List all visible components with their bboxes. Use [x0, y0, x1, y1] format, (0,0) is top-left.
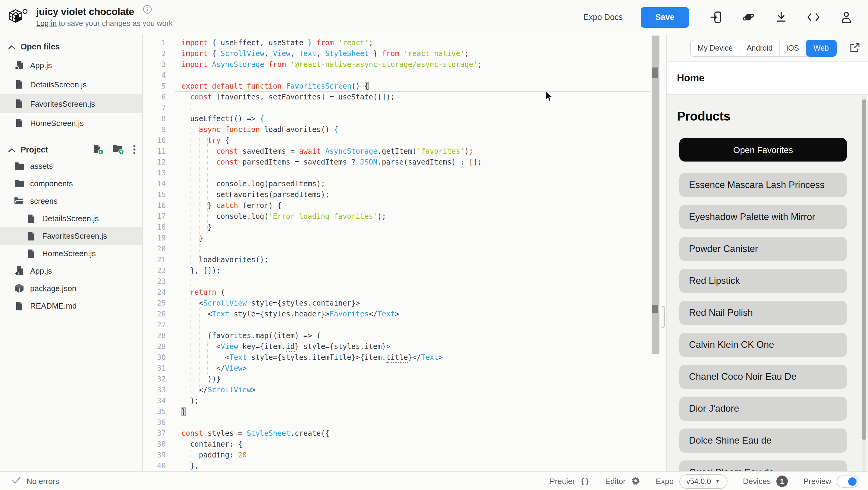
- code-line-12[interactable]: const parsedItems = savedItems ? JSON.pa…: [181, 157, 482, 167]
- code-line-31[interactable]: </View>: [181, 363, 482, 374]
- preview-toggle[interactable]: [837, 475, 858, 487]
- code-line-11[interactable]: const savedItems = await AsyncStorage.ge…: [181, 146, 482, 157]
- file-icon: [27, 249, 36, 258]
- file-item-detailsscreen-js[interactable]: DetailsScreen.js: [0, 75, 143, 94]
- file-name: FavoritesScreen.js: [30, 99, 95, 108]
- code-line-13[interactable]: [181, 167, 482, 178]
- file-item-favoritesscreen-js[interactable]: FavoritesScreen.js: [0, 227, 143, 245]
- log-in-link[interactable]: Log in: [36, 19, 57, 28]
- code-line-35[interactable]: }: [181, 406, 482, 417]
- save-button[interactable]: Save: [641, 7, 689, 27]
- prettier-control[interactable]: Prettier {}: [550, 477, 590, 486]
- code-line-1[interactable]: import { useEffect, useState } from 'rea…: [181, 37, 482, 48]
- file-item-readme-md[interactable]: README.md: [0, 297, 143, 315]
- file-item-app-js[interactable]: App.js: [0, 56, 143, 75]
- code-line-2[interactable]: import { ScrollView, View, Text, StyleSh…: [181, 48, 482, 59]
- code-line-15[interactable]: setFavorites(parsedItems);: [181, 189, 482, 200]
- file-item-homescreen-js[interactable]: HomeScreen.js: [0, 245, 143, 262]
- code-line-24[interactable]: return (: [181, 287, 482, 298]
- code-line-21[interactable]: loadFavorites();: [181, 254, 482, 265]
- entry-file-icon: [14, 266, 24, 275]
- line-number: 16: [143, 200, 172, 211]
- code-line-26[interactable]: <Text style={styles.header}>Favorites</T…: [181, 309, 482, 319]
- code-line-23[interactable]: [181, 276, 482, 287]
- code-line-32[interactable]: ))}: [181, 374, 482, 385]
- code-line-36[interactable]: [181, 417, 482, 428]
- file-item-assets[interactable]: assets: [0, 157, 143, 175]
- devices-control[interactable]: Devices 1: [743, 476, 788, 487]
- code-line-33[interactable]: </ScrollView>: [181, 385, 482, 395]
- code-editor[interactable]: 1234567891011121314151617181920212223242…: [143, 34, 666, 471]
- file-item-app-js[interactable]: App.js: [0, 262, 143, 280]
- editor-settings-control[interactable]: Editor: [605, 476, 640, 487]
- file-item-detailsscreen-js[interactable]: DetailsScreen.js: [0, 210, 143, 227]
- file-item-package-json[interactable]: package.json: [0, 280, 143, 297]
- open-files-label: Open files: [21, 42, 60, 51]
- code-line-18[interactable]: }: [181, 222, 482, 233]
- code-line-16[interactable]: } catch (error) {: [181, 200, 482, 211]
- tab-ios[interactable]: iOS: [780, 40, 806, 56]
- preview-scrollbar-thumb[interactable]: [862, 99, 866, 440]
- tab-my-device[interactable]: My Device: [691, 40, 740, 56]
- embed-code-icon[interactable]: [807, 11, 820, 24]
- no-errors-status[interactable]: No errors: [12, 472, 59, 490]
- file-item-components[interactable]: components: [0, 175, 143, 192]
- code-line-34[interactable]: );: [181, 395, 482, 406]
- new-file-icon[interactable]: [93, 144, 104, 155]
- line-number: 31: [143, 363, 172, 374]
- code-line-6[interactable]: const [favorites, setFavorites] = useSta…: [181, 92, 482, 102]
- new-folder-icon[interactable]: [113, 145, 124, 154]
- header-actions: Expo Docs Save: [583, 0, 868, 34]
- code-line-10[interactable]: try {: [181, 135, 482, 146]
- code-line-8[interactable]: useEffect(() => {: [181, 113, 482, 124]
- code-line-40[interactable]: },: [181, 460, 482, 471]
- code-line-30[interactable]: <Text style={styles.itemTitle}>{item.tit…: [181, 352, 482, 363]
- preview-app-header: Home: [667, 62, 868, 95]
- code-line-28[interactable]: {favorites.map((item) => (: [181, 330, 482, 341]
- kebab-menu-icon[interactable]: [133, 145, 135, 154]
- code-line-25[interactable]: <ScrollView style={styles.container}>: [181, 298, 482, 309]
- info-icon[interactable]: [143, 5, 152, 16]
- code-line-17[interactable]: console.log('Error loading favorites');: [181, 211, 482, 222]
- line-number: 24: [143, 287, 172, 298]
- file-item-screens[interactable]: screens: [0, 192, 143, 210]
- preview-label: Preview: [804, 477, 832, 486]
- code-line-7[interactable]: [181, 102, 482, 113]
- planet-icon[interactable]: [742, 11, 755, 24]
- file-name: App.js: [30, 61, 52, 70]
- line-number: 20: [143, 244, 172, 254]
- code-line-37[interactable]: const styles = StyleSheet.create({: [181, 428, 482, 439]
- code-line-5[interactable]: export default function FavoritesScreen(…: [181, 81, 482, 92]
- code-line-29[interactable]: <View key={item.id} style={styles.item}>: [181, 341, 482, 352]
- code-line-20[interactable]: [181, 244, 482, 254]
- product-card: Essence Mascara Lash Princess: [679, 173, 847, 197]
- file-item-favoritesscreen-js[interactable]: FavoritesScreen.js: [0, 94, 143, 113]
- code-line-4[interactable]: [181, 70, 482, 81]
- pane-resize-handle[interactable]: [661, 306, 665, 328]
- code-line-3[interactable]: import AsyncStorage from '@react-native-…: [181, 59, 482, 70]
- tab-android[interactable]: Android: [740, 40, 780, 56]
- account-icon[interactable]: [840, 11, 852, 24]
- project-title[interactable]: juicy violet chocolate: [36, 6, 134, 18]
- download-icon[interactable]: [775, 11, 787, 24]
- run-on-device-icon[interactable]: [710, 11, 722, 24]
- line-number: 4: [143, 70, 172, 81]
- caret-down-icon: ▼: [715, 479, 720, 484]
- code-line-22[interactable]: }, []);: [181, 265, 482, 276]
- expo-docs-link[interactable]: Expo Docs: [583, 13, 623, 22]
- tab-web[interactable]: Web: [806, 40, 837, 57]
- line-number: 21: [143, 254, 172, 265]
- sdk-version-select[interactable]: v54.0.0 ▼: [679, 474, 727, 489]
- open-files-section-header[interactable]: Open files: [0, 38, 143, 54]
- code-line-14[interactable]: console.log(parsedItems);: [181, 178, 482, 189]
- file-item-homescreen-js[interactable]: HomeScreen.js: [0, 113, 143, 132]
- project-section-header[interactable]: Project: [0, 142, 143, 157]
- code-line-9[interactable]: async function loadFavorites() {: [181, 124, 482, 135]
- code-line-38[interactable]: container: {: [181, 439, 482, 450]
- open-favorites-button[interactable]: Open Favorites: [679, 138, 847, 161]
- code-line-39[interactable]: padding: 20: [181, 450, 482, 460]
- open-in-new-window-icon[interactable]: [849, 42, 860, 56]
- preview-screen-title: Home: [677, 72, 705, 84]
- code-line-27[interactable]: [181, 319, 482, 330]
- code-line-19[interactable]: }: [181, 233, 482, 244]
